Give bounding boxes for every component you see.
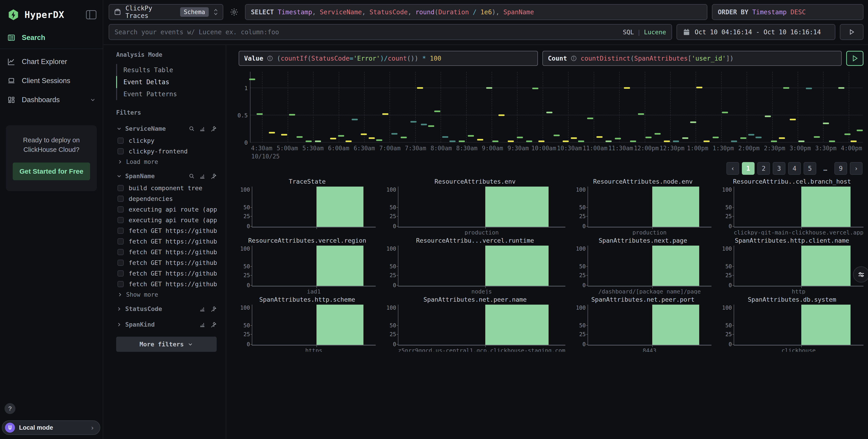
attribute-chart[interactable]: SpanAttributes.http.client.name10050250h…: [720, 237, 864, 294]
pagination-next-button[interactable]: ›: [850, 162, 863, 175]
sidebar-item-search[interactable]: Search: [0, 28, 103, 47]
attribute-chart[interactable]: SpanAttributes.net.peer.name10050250z5nr…: [385, 296, 565, 352]
checkbox[interactable]: [118, 196, 124, 202]
attribute-chart[interactable]: ResourceAttribu...vercel.runtime10050250…: [385, 237, 565, 294]
delta-mark: [442, 136, 448, 138]
bar-chart-icon[interactable]: [199, 321, 206, 328]
sidebar-item-client-sessions[interactable]: Client Sessions: [0, 71, 103, 90]
lucene-mode-button[interactable]: Lucene: [644, 29, 666, 36]
x-gridline: [849, 72, 849, 143]
sidebar-item-dashboards[interactable]: Dashboards: [0, 90, 103, 109]
chevron-right-icon[interactable]: [117, 292, 123, 298]
pin-icon[interactable]: [210, 321, 217, 328]
pagination-page-1[interactable]: 1: [742, 162, 754, 175]
event-search-input[interactable]: Search your events w/ Lucene ex. column:…: [109, 24, 672, 40]
filter-checkbox-item[interactable]: clickpy-frontend: [116, 146, 217, 157]
filter-group-header-statuscode[interactable]: StatusCode: [116, 302, 217, 316]
pagination-page-4[interactable]: 4: [788, 162, 801, 175]
filter-checkbox-item[interactable]: fetch GET https://github.…: [116, 279, 217, 289]
checkbox[interactable]: [118, 228, 124, 234]
order-by-input[interactable]: ORDER BY Timestamp DESC: [712, 4, 864, 20]
filter-checkbox-item[interactable]: fetch GET https://github.…: [116, 247, 217, 257]
analysis-mode-results-table[interactable]: Results Table: [116, 64, 217, 76]
x-axis-tick-label: 5:00am: [277, 145, 298, 152]
chevron-right-icon[interactable]: [116, 322, 122, 327]
checkbox[interactable]: [118, 249, 124, 255]
code-token: ]): [726, 55, 734, 62]
filter-checkbox-item[interactable]: fetch GET https://github.…: [116, 268, 217, 279]
collapse-sidebar-icon[interactable]: [86, 10, 96, 19]
analysis-mode-event-patterns[interactable]: Event Patterns: [116, 88, 217, 100]
checkbox[interactable]: [118, 138, 124, 144]
bar-chart-icon[interactable]: [199, 173, 206, 179]
sql-mode-button[interactable]: SQL: [623, 29, 634, 36]
checkbox[interactable]: [118, 260, 124, 266]
count-expression-input[interactable]: Count countDistinct(SpanAttributes['user…: [542, 51, 842, 66]
pagination-prev-button[interactable]: ‹: [726, 162, 739, 175]
filter-checkbox-item[interactable]: build component tree: [116, 183, 217, 194]
filter-show-more[interactable]: Show more: [116, 289, 217, 300]
pin-icon[interactable]: [210, 306, 217, 312]
value-expression-input[interactable]: Value (countIf(StatusCode='Error')/count…: [239, 51, 538, 66]
chevron-right-icon[interactable]: [116, 306, 122, 312]
chevron-right-icon[interactable]: [117, 159, 123, 165]
checkbox[interactable]: [118, 238, 124, 244]
chevron-down-icon[interactable]: [116, 126, 122, 131]
attribute-chart[interactable]: ResourceAttributes.env10050250production: [385, 178, 565, 235]
select-query-input[interactable]: SELECT Timestamp, ServiceName, StatusCod…: [245, 4, 707, 20]
checkbox[interactable]: [118, 206, 124, 212]
bar-chart-icon[interactable]: [199, 306, 206, 312]
pin-icon[interactable]: [210, 125, 217, 132]
pagination-page-2[interactable]: 2: [757, 162, 770, 175]
local-mode-menu[interactable]: U Local mode ›: [2, 420, 100, 435]
run-query-button[interactable]: [846, 51, 864, 66]
attribute-chart[interactable]: SpanAttributes.next.page10050250/dashboa…: [575, 237, 711, 294]
checkbox[interactable]: [118, 281, 124, 287]
pin-icon[interactable]: [210, 173, 217, 179]
sidebar-item-chart-explorer[interactable]: Chart Explorer: [0, 52, 103, 71]
chart-settings-fab[interactable]: [853, 266, 868, 283]
search-run-button[interactable]: [840, 24, 864, 40]
filter-group-header-spanname[interactable]: SpanName: [116, 169, 217, 183]
mini-x-tick: [801, 227, 802, 229]
filter-checkbox-item[interactable]: fetch GET https://github.…: [116, 226, 217, 236]
filter-checkbox-item[interactable]: fetch GET https://github.…: [116, 257, 217, 268]
checkbox[interactable]: [118, 148, 124, 154]
attribute-chart[interactable]: TraceState10050250: [239, 178, 376, 235]
delta-mark: [798, 141, 804, 142]
filter-checkbox-item[interactable]: dependencies: [116, 194, 217, 204]
mini-chart-bar: [485, 245, 549, 286]
pagination-page-5[interactable]: 5: [804, 162, 816, 175]
source-settings-button[interactable]: [228, 4, 241, 20]
event-deltas-chart[interactable]: 00.51 4:30am10/10/255:00am5:30am6:00am6:…: [239, 72, 864, 161]
attribute-chart[interactable]: SpanAttributes.db.system10050250clickhou…: [720, 296, 864, 352]
search-icon[interactable]: [189, 125, 195, 132]
chevron-down-icon[interactable]: [116, 173, 122, 179]
analysis-mode-event-deltas[interactable]: Event Deltas: [116, 76, 217, 88]
filter-checkbox-item[interactable]: clickpy: [116, 135, 217, 146]
checkbox[interactable]: [118, 217, 124, 223]
filter-checkbox-item[interactable]: fetch GET https://github.…: [116, 236, 217, 247]
filter-group-header-spankind[interactable]: SpanKind: [116, 318, 217, 331]
attribute-chart[interactable]: ResourceAttribu..cel.branch_host10050250…: [720, 178, 864, 235]
source-selector[interactable]: ClickPy Traces Schema: [109, 4, 223, 20]
pagination-page-9[interactable]: 9: [834, 162, 847, 175]
checkbox[interactable]: [118, 185, 124, 191]
pagination-page-3[interactable]: 3: [773, 162, 785, 175]
filter-load-more[interactable]: Load more: [116, 157, 217, 167]
attribute-chart[interactable]: SpanAttributes.http.scheme10050250https: [239, 296, 376, 352]
search-icon[interactable]: [189, 173, 195, 179]
filter-item-label: clickpy-frontend: [129, 148, 188, 155]
help-button[interactable]: ?: [4, 403, 16, 414]
filter-checkbox-item[interactable]: executing api route (app)…: [116, 204, 217, 215]
checkbox[interactable]: [118, 270, 124, 276]
get-started-button[interactable]: Get Started for Free: [13, 163, 90, 180]
more-filters-button[interactable]: More filters: [116, 336, 217, 352]
filter-checkbox-item[interactable]: executing api route (app)…: [116, 215, 217, 226]
attribute-chart[interactable]: ResourceAttributes.node.env10050250produ…: [575, 178, 711, 235]
attribute-chart[interactable]: ResourceAttributes.vercel.region10050250…: [239, 237, 376, 294]
date-range-picker[interactable]: Oct 10 04:16:14 - Oct 10 16:16:14: [677, 24, 835, 40]
filter-group-header-servicename[interactable]: ServiceName: [116, 122, 217, 135]
attribute-chart[interactable]: SpanAttributes.net.peer.port100502508443: [575, 296, 711, 352]
bar-chart-icon[interactable]: [199, 125, 206, 132]
